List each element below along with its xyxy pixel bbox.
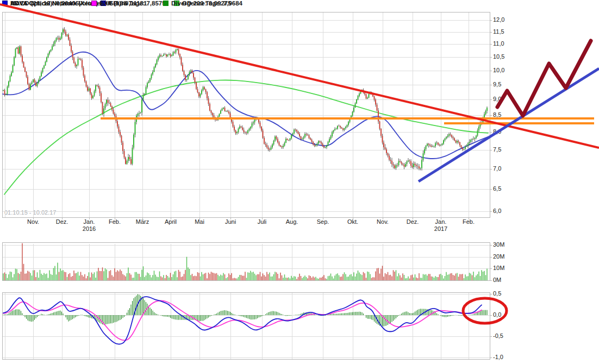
macd-histogram bbox=[3, 294, 487, 326]
price-axis-tick-label: 8,0 bbox=[493, 128, 501, 135]
price-axis-tick-label: 11,5 bbox=[493, 28, 504, 35]
macd-axis-tick-label: -1,0 bbox=[493, 354, 503, 361]
month-axis-label: Okt. bbox=[347, 218, 358, 225]
year-axis-label: 2016 bbox=[83, 225, 96, 233]
projection-zigzag-arrow[interactable] bbox=[497, 41, 591, 116]
price-axis-tick-label: 7,5 bbox=[493, 146, 501, 153]
month-axis-label: Aug. bbox=[286, 218, 298, 225]
volume-axis-tick-label: 30M bbox=[493, 241, 504, 248]
macd-legend-swatch-icon bbox=[91, 1, 97, 6]
macd-legend: MACD (26, 12): 0,20406EXP (9): 0,11131Di… bbox=[0, 0, 380, 8]
month-axis-label: Feb. bbox=[109, 218, 121, 225]
price-axis-tick-label: 8,5 bbox=[493, 111, 501, 118]
blue-uptrend-line[interactable] bbox=[419, 68, 599, 181]
macd-line bbox=[3, 297, 482, 344]
gd200-line bbox=[4, 80, 488, 194]
month-axis-label: Juni bbox=[225, 218, 236, 225]
price-axis-tick-label: 9,0 bbox=[493, 96, 501, 103]
price-axis-tick-label: 9,5 bbox=[493, 81, 501, 88]
month-axis-label: Juli bbox=[258, 218, 267, 225]
year-axis-label: 2017 bbox=[434, 225, 447, 233]
macd-legend-label: EXP (9): 0,11131 bbox=[99, 0, 147, 7]
date-range-label: 01.10.15 - 10.02.17 bbox=[4, 209, 56, 216]
gd38-line bbox=[3, 52, 488, 159]
macd-legend-item[interactable]: EXP (9): 0,11131 bbox=[91, 0, 147, 7]
macd-signal-line bbox=[3, 300, 482, 340]
price-axis-tick-label: 6,0 bbox=[493, 208, 501, 215]
macd-legend-item[interactable]: Divergence: 0,09275 bbox=[163, 0, 232, 7]
month-axis-label: Jan. bbox=[84, 218, 95, 225]
volume-bars-up bbox=[3, 257, 488, 280]
month-axis-label: Nov. bbox=[27, 218, 39, 225]
price-axis-tick-label: 11,0 bbox=[493, 40, 504, 47]
macd-legend-item[interactable]: MACD (26, 12): 0,20406 bbox=[2, 0, 79, 7]
candles-up bbox=[3, 29, 488, 168]
stock-chart-window: ADVA Optical Network (Xetra)GD 38 Tage: … bbox=[0, 0, 599, 364]
month-axis-label: Dez. bbox=[56, 218, 68, 225]
price-axis-tick-label: 10,0 bbox=[493, 67, 504, 74]
candles-down bbox=[4, 29, 475, 168]
price-axis-tick-label: 12,0 bbox=[493, 16, 504, 23]
macd-highlight-ellipse[interactable] bbox=[463, 298, 507, 323]
month-axis-label: Nov. bbox=[377, 218, 389, 225]
price-axis-tick-label: 7,0 bbox=[493, 165, 501, 172]
macd-legend-swatch-icon bbox=[2, 1, 8, 6]
month-axis-label: März bbox=[136, 218, 149, 225]
macd-axis-tick-label: 0,5 bbox=[493, 290, 501, 297]
macd-axis-tick-label: -0,5 bbox=[493, 332, 503, 340]
macd-axis-tick-label: 0,0 bbox=[493, 311, 501, 318]
volume-axis-tick-label: 0M bbox=[493, 277, 501, 284]
month-axis-label: April bbox=[165, 218, 177, 225]
macd-legend-label: MACD (26, 12): 0,20406 bbox=[10, 0, 79, 7]
macd-legend-label: Divergence: 0,09275 bbox=[171, 0, 232, 7]
volume-axis-tick-label: 10M bbox=[493, 265, 504, 272]
month-axis-label: Jan. bbox=[435, 218, 447, 225]
price-axis-tick-label: 10,5 bbox=[493, 53, 504, 60]
red-downtrend-line[interactable] bbox=[0, 4, 599, 148]
macd-legend-swatch-icon bbox=[163, 1, 169, 6]
month-axis-label: Sep. bbox=[317, 218, 329, 225]
candle-wicks bbox=[3, 27, 487, 171]
volume-bars-down bbox=[4, 243, 473, 280]
price-axis-tick-label: 6,5 bbox=[493, 185, 501, 192]
month-axis-label: Feb. bbox=[463, 218, 475, 225]
chart-canvas bbox=[0, 0, 599, 364]
month-axis-label: Dez. bbox=[407, 218, 419, 225]
month-axis-label: Mai bbox=[195, 218, 204, 225]
volume-axis-tick-label: 20M bbox=[493, 253, 504, 260]
